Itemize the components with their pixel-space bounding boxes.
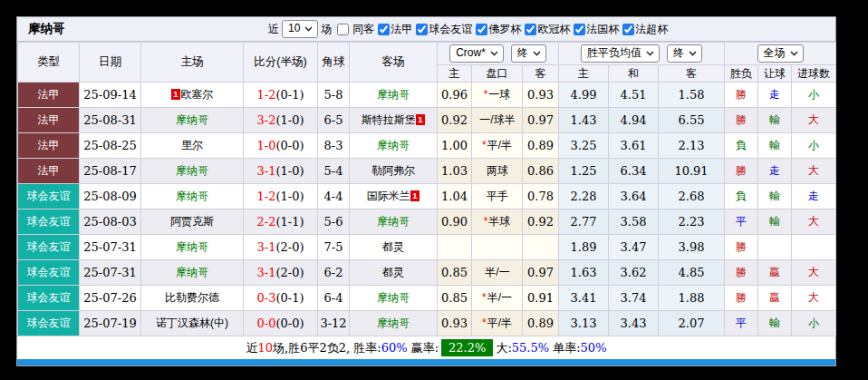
score-cell: 3-1(2-0) [244,260,318,286]
result-winloss: 勝 [725,159,758,184]
match-type-label: 球会友谊 [27,291,71,304]
table-row: 球会友谊 25-08-03 阿贾克斯 2-2(1-1) 5-6 摩纳哥 0.90… [18,209,836,235]
avg-stage-value: 终 [673,46,684,60]
corner-count: 5-8 [318,83,350,108]
avg-away-odds: 3.98 [659,235,725,260]
handicap-home-odds: 1.03 [438,159,472,184]
subheader-handicap-away: 客 [523,65,559,83]
avg-away-odds: 4.85 [659,260,725,286]
checkbox-input[interactable] [622,24,634,35]
avg-home-odds: 3.13 [559,311,609,336]
filter-checkbox-4[interactable]: 欧冠杯 [522,22,570,37]
fulltime-score: 3-1 [256,266,275,279]
checkbox-input[interactable] [476,24,487,35]
result-handicap [758,235,792,260]
away-team-cell: 摩纳哥 [350,311,438,336]
match-type-cell: 球会友谊 [18,235,80,260]
away-team-cell: 摩纳哥 [350,209,438,235]
avg-draw-odds: 4.51 [609,83,659,108]
match-date: 25-08-17 [80,159,141,184]
handicap-line-cell: *平/半 [472,133,523,159]
match-type-cell: 球会友谊 [18,311,80,336]
filter-checkbox-label: 佛罗杯 [488,22,521,37]
filter-checkbox-1[interactable]: 法甲 [375,22,412,37]
match-type-label: 法甲 [38,88,60,101]
table-row: 球会友谊 25-07-19 诺丁汉森林(中) 0-0(0-0) 3-12 摩纳哥… [18,311,836,336]
halftime-score: (0-1) [275,291,304,305]
avg-away-odds: 1.88 [659,286,725,311]
filter-checkbox-5[interactable]: 法国杯 [571,22,619,37]
avg-provider-select[interactable]: 胜平负均值 [581,44,660,63]
score-cell: 3-2(1-0) [244,108,318,133]
table-row: 法甲 25-08-17 摩纳哥 3-1(1-0) 5-4 勒阿弗尔 1.03 两… [18,159,836,184]
away-team-cell: 勒阿弗尔 [350,159,438,184]
checkbox-input[interactable] [525,24,536,35]
checkbox-input[interactable] [416,24,428,35]
fulltime-score: 3-1 [256,240,275,254]
result-handicap: 走 [758,83,792,108]
chevron-down-icon [490,51,498,56]
odds-provider-value: Crow* [456,46,486,60]
away-team-cell: 都灵 [350,235,438,260]
scope-select-cell: 全场 [725,43,836,65]
fulltime-score: 2-2 [256,215,275,229]
summary-footer: 近10场,胜6平2负2, 胜率:60% 赢率:22.2%大:55.5% 单率:5… [17,336,835,359]
handicap-line: 半/一 [487,291,512,304]
fulltime-score: 1-2 [256,88,275,102]
checkbox-input[interactable] [574,24,585,35]
avg-draw-odds: 3.62 [609,260,659,286]
match-type-label: 球会友谊 [27,317,71,329]
handicap-line: 一球 [488,88,510,101]
header-score: 比分(半场) [244,43,318,83]
score-cell: 1-2(0-1) [244,83,318,108]
odds-provider-select[interactable]: Crow* [449,44,504,63]
filter-checkbox-6[interactable]: 法超杯 [620,22,668,37]
match-date: 25-07-19 [80,311,141,336]
match-date: 25-07-31 [80,235,141,260]
checkbox-input[interactable] [378,24,390,35]
home-team-cell: 摩纳哥 [141,159,244,184]
avg-away-odds: 6.55 [659,108,725,133]
away-team-cell: 摩纳哥 [350,133,438,159]
checkbox-input[interactable] [337,24,349,35]
result-handicap: 贏 [758,260,792,286]
filter-checkbox-2[interactable]: 球会友谊 [413,22,472,37]
result-winloss: 勝 [725,83,758,108]
chevron-down-icon [533,51,541,56]
scope-value: 全场 [764,46,786,60]
avg-stage-select[interactable]: 终 [667,44,702,63]
avg-away-odds: 2.07 [659,311,725,336]
filter-checkbox-3[interactable]: 佛罗杯 [473,22,521,37]
filter-checkbox-0[interactable]: 同客 [334,22,374,37]
table-row: 球会友谊 25-07-26 比勒费尔德 0-3(0-1) 6-4 摩纳哥 0.8… [18,286,836,311]
rank-badge: 1 [410,190,420,201]
scope-select[interactable]: 全场 [757,44,804,63]
filters: 近 10 场 同客法甲球会友谊佛罗杯欧冠杯法国杯法超杯 [265,20,669,38]
score-cell: 3-1(2-0) [244,235,318,260]
away-team-name: 摩纳哥 [377,317,410,329]
filter-checkbox-label: 同客 [352,22,374,37]
corner-count: 5-4 [318,159,350,184]
chevron-down-icon [646,51,654,56]
title-bar: 摩纳哥 近 10 场 同客法甲球会友谊佛罗杯欧冠杯法国杯法超杯 [17,17,835,42]
filter-checkbox-group: 同客法甲球会友谊佛罗杯欧冠杯法国杯法超杯 [334,22,669,37]
match-type-cell: 法甲 [18,159,80,184]
result-handicap: 走 [758,159,792,184]
score-cell: 3-1(1-0) [244,159,318,184]
match-type-cell: 法甲 [18,108,80,133]
horizontal-scrollbar-thumb[interactable] [17,359,835,365]
team-title: 摩纳哥 [28,21,265,37]
match-date: 25-09-14 [80,83,141,108]
odds-stage-select[interactable]: 终 [511,44,546,63]
away-team-name: 国际米兰 [367,190,410,202]
match-type-label: 球会友谊 [27,215,71,228]
subheader-handicap-home: 主 [438,65,472,83]
avg-away-odds: 2.23 [659,209,725,235]
handicap-line-cell: 两球 [472,159,523,184]
home-team-cell: 诺丁汉森林(中) [141,311,244,336]
corner-count: 7-5 [318,235,350,260]
recent-count-select[interactable]: 10 [282,20,318,38]
avg-home-odds: 2.28 [559,184,609,209]
table-row: 法甲 25-08-25 里尔 1-0(0-0) 8-3 摩纳哥 1.00 *平/… [18,133,836,159]
corner-count: 4-4 [318,184,350,209]
